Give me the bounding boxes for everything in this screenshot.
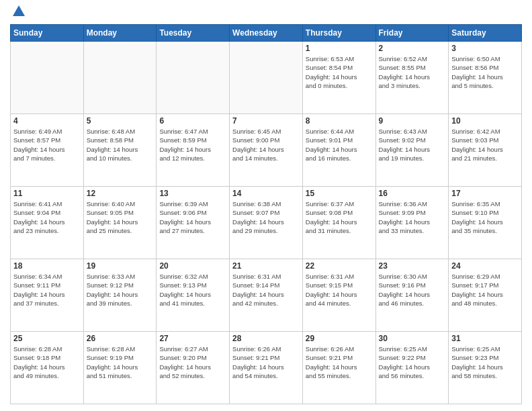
week-row-2: 11Sunrise: 6:41 AM Sunset: 9:04 PM Dayli… (11, 187, 522, 259)
day-info: Sunrise: 6:25 AM Sunset: 9:22 PM Dayligh… (379, 345, 446, 380)
day-number: 22 (306, 261, 373, 271)
day-number: 29 (306, 334, 373, 343)
calendar-cell: 4Sunrise: 6:49 AM Sunset: 8:57 PM Daylig… (11, 114, 84, 187)
day-number: 10 (451, 116, 519, 126)
day-info: Sunrise: 6:39 AM Sunset: 9:06 PM Dayligh… (159, 199, 226, 235)
day-info: Sunrise: 6:25 AM Sunset: 9:23 PM Dayligh… (451, 345, 519, 380)
day-info: Sunrise: 6:42 AM Sunset: 9:03 PM Dayligh… (451, 127, 519, 163)
day-number: 4 (13, 116, 81, 126)
week-row-1: 4Sunrise: 6:49 AM Sunset: 8:57 PM Daylig… (11, 114, 522, 187)
day-number: 2 (379, 44, 446, 53)
calendar-cell: 31Sunrise: 6:25 AM Sunset: 9:23 PM Dayli… (449, 332, 522, 404)
week-row-4: 25Sunrise: 6:28 AM Sunset: 9:18 PM Dayli… (11, 332, 522, 404)
day-info: Sunrise: 6:34 AM Sunset: 9:11 PM Dayligh… (13, 272, 81, 308)
day-info: Sunrise: 6:44 AM Sunset: 9:01 PM Dayligh… (306, 127, 373, 163)
day-number: 8 (306, 116, 373, 126)
day-info: Sunrise: 6:40 AM Sunset: 9:05 PM Dayligh… (87, 199, 154, 235)
weekday-header-saturday: Saturday (449, 25, 522, 42)
day-info: Sunrise: 6:26 AM Sunset: 9:21 PM Dayligh… (306, 345, 373, 380)
day-info: Sunrise: 6:36 AM Sunset: 9:09 PM Dayligh… (379, 199, 446, 235)
day-number: 31 (451, 334, 519, 343)
weekday-header-friday: Friday (375, 25, 449, 42)
day-info: Sunrise: 6:31 AM Sunset: 9:14 PM Dayligh… (232, 272, 300, 308)
day-number: 7 (232, 116, 300, 126)
calendar-cell: 28Sunrise: 6:26 AM Sunset: 9:21 PM Dayli… (230, 332, 303, 404)
day-number: 25 (13, 334, 81, 343)
calendar-cell: 11Sunrise: 6:41 AM Sunset: 9:04 PM Dayli… (11, 187, 84, 259)
calendar-cell: 25Sunrise: 6:28 AM Sunset: 9:18 PM Dayli… (11, 332, 84, 404)
calendar-cell: 12Sunrise: 6:40 AM Sunset: 9:05 PM Dayli… (83, 187, 157, 259)
calendar-cell: 23Sunrise: 6:30 AM Sunset: 9:16 PM Dayli… (375, 259, 449, 332)
calendar-cell: 2Sunrise: 6:52 AM Sunset: 8:55 PM Daylig… (375, 42, 449, 114)
day-number: 6 (159, 116, 226, 126)
calendar-cell (230, 42, 303, 114)
calendar-cell (11, 42, 84, 114)
calendar-cell (157, 42, 230, 114)
weekday-header-sunday: Sunday (11, 25, 84, 42)
calendar-cell: 24Sunrise: 6:29 AM Sunset: 9:17 PM Dayli… (449, 259, 522, 332)
day-info: Sunrise: 6:30 AM Sunset: 9:16 PM Dayligh… (379, 272, 446, 308)
calendar-cell: 3Sunrise: 6:50 AM Sunset: 8:56 PM Daylig… (449, 42, 522, 114)
week-row-0: 1Sunrise: 6:53 AM Sunset: 8:54 PM Daylig… (11, 42, 522, 114)
day-number: 9 (379, 116, 446, 126)
calendar-cell: 20Sunrise: 6:32 AM Sunset: 9:13 PM Dayli… (157, 259, 230, 332)
calendar-cell: 18Sunrise: 6:34 AM Sunset: 9:11 PM Dayli… (11, 259, 84, 332)
day-number: 28 (232, 334, 300, 343)
weekday-header-row: SundayMondayTuesdayWednesdayThursdayFrid… (11, 25, 522, 42)
weekday-header-tuesday: Tuesday (157, 25, 230, 42)
day-info: Sunrise: 6:45 AM Sunset: 9:00 PM Dayligh… (232, 127, 300, 163)
weekday-header-wednesday: Wednesday (230, 25, 303, 42)
day-number: 27 (159, 334, 226, 343)
day-info: Sunrise: 6:35 AM Sunset: 9:10 PM Dayligh… (451, 199, 519, 235)
day-number: 3 (451, 44, 519, 53)
calendar-cell: 26Sunrise: 6:28 AM Sunset: 9:19 PM Dayli… (83, 332, 157, 404)
calendar-cell: 13Sunrise: 6:39 AM Sunset: 9:06 PM Dayli… (157, 187, 230, 259)
day-info: Sunrise: 6:31 AM Sunset: 9:15 PM Dayligh… (306, 272, 373, 308)
day-info: Sunrise: 6:32 AM Sunset: 9:13 PM Dayligh… (159, 272, 226, 308)
week-row-3: 18Sunrise: 6:34 AM Sunset: 9:11 PM Dayli… (11, 259, 522, 332)
day-number: 24 (451, 261, 519, 271)
day-info: Sunrise: 6:47 AM Sunset: 8:59 PM Dayligh… (159, 127, 226, 163)
logo-icon (11, 4, 26, 19)
day-info: Sunrise: 6:49 AM Sunset: 8:57 PM Dayligh… (13, 127, 81, 163)
page: SundayMondayTuesdayWednesdayThursdayFrid… (0, 0, 532, 411)
calendar-cell: 1Sunrise: 6:53 AM Sunset: 8:54 PM Daylig… (302, 42, 375, 114)
day-number: 18 (13, 261, 81, 271)
day-info: Sunrise: 6:26 AM Sunset: 9:21 PM Dayligh… (232, 345, 300, 380)
day-info: Sunrise: 6:37 AM Sunset: 9:08 PM Dayligh… (306, 199, 373, 235)
day-info: Sunrise: 6:52 AM Sunset: 8:55 PM Dayligh… (379, 54, 446, 90)
day-number: 26 (87, 334, 154, 343)
calendar-cell: 15Sunrise: 6:37 AM Sunset: 9:08 PM Dayli… (302, 187, 375, 259)
day-info: Sunrise: 6:43 AM Sunset: 9:02 PM Dayligh… (379, 127, 446, 163)
calendar-cell: 8Sunrise: 6:44 AM Sunset: 9:01 PM Daylig… (302, 114, 375, 187)
day-number: 14 (232, 189, 300, 198)
calendar-cell: 5Sunrise: 6:48 AM Sunset: 8:58 PM Daylig… (83, 114, 157, 187)
calendar-cell: 16Sunrise: 6:36 AM Sunset: 9:09 PM Dayli… (375, 187, 449, 259)
calendar: SundayMondayTuesdayWednesdayThursdayFrid… (10, 24, 522, 404)
day-info: Sunrise: 6:28 AM Sunset: 9:19 PM Dayligh… (87, 345, 154, 380)
svg-marker-0 (13, 5, 25, 16)
calendar-cell: 30Sunrise: 6:25 AM Sunset: 9:22 PM Dayli… (375, 332, 449, 404)
day-info: Sunrise: 6:38 AM Sunset: 9:07 PM Dayligh… (232, 199, 300, 235)
day-info: Sunrise: 6:48 AM Sunset: 8:58 PM Dayligh… (87, 127, 154, 163)
calendar-cell: 9Sunrise: 6:43 AM Sunset: 9:02 PM Daylig… (375, 114, 449, 187)
logo (10, 7, 26, 19)
day-number: 12 (87, 189, 154, 198)
day-info: Sunrise: 6:29 AM Sunset: 9:17 PM Dayligh… (451, 272, 519, 308)
calendar-cell: 27Sunrise: 6:27 AM Sunset: 9:20 PM Dayli… (157, 332, 230, 404)
day-number: 30 (379, 334, 446, 343)
day-info: Sunrise: 6:28 AM Sunset: 9:18 PM Dayligh… (13, 345, 81, 380)
header (10, 7, 522, 19)
calendar-cell: 29Sunrise: 6:26 AM Sunset: 9:21 PM Dayli… (302, 332, 375, 404)
calendar-cell: 21Sunrise: 6:31 AM Sunset: 9:14 PM Dayli… (230, 259, 303, 332)
day-number: 20 (159, 261, 226, 271)
day-number: 11 (13, 189, 81, 198)
day-info: Sunrise: 6:41 AM Sunset: 9:04 PM Dayligh… (13, 199, 81, 235)
calendar-cell: 17Sunrise: 6:35 AM Sunset: 9:10 PM Dayli… (449, 187, 522, 259)
day-number: 17 (451, 189, 519, 198)
day-number: 13 (159, 189, 226, 198)
day-number: 15 (306, 189, 373, 198)
weekday-header-monday: Monday (83, 25, 157, 42)
calendar-cell: 7Sunrise: 6:45 AM Sunset: 9:00 PM Daylig… (230, 114, 303, 187)
day-number: 23 (379, 261, 446, 271)
